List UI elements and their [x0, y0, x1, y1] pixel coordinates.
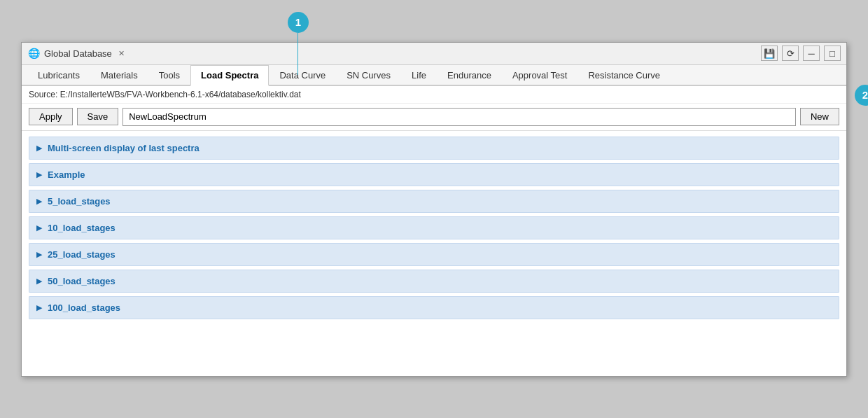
apply-button[interactable]: Apply	[29, 108, 73, 125]
row-multi-screen[interactable]: ▶ Multi-screen display of last spectra	[29, 137, 839, 160]
tab-endurance[interactable]: Endurance	[437, 65, 502, 85]
arrow-icon-multi-screen: ▶	[36, 144, 42, 153]
save-button[interactable]: Save	[77, 108, 119, 125]
arrow-icon-example: ▶	[36, 170, 42, 179]
row-label-10ls: 10_load_stages	[48, 223, 115, 233]
arrow-icon-25ls: ▶	[36, 250, 42, 259]
arrow-icon-5ls: ▶	[36, 197, 42, 206]
minimize-button[interactable]: ─	[803, 46, 820, 61]
row-label-25ls: 25_load_stages	[48, 249, 115, 260]
window-title: Global Database	[44, 48, 112, 59]
title-bar: 🌐 Global Database ✕ 💾 ⟳ ─ □	[22, 43, 846, 65]
row-label-50ls: 50_load_stages	[48, 276, 115, 286]
arrow-icon-10ls: ▶	[36, 223, 42, 232]
annotation-bubble-1: 1	[288, 12, 309, 33]
save-icon-button[interactable]: 💾	[761, 46, 778, 61]
tab-load-spectra[interactable]: Load Spectra	[190, 65, 269, 86]
tab-sn-curves[interactable]: SN Curves	[336, 65, 401, 85]
arrow-icon-100ls: ▶	[36, 303, 42, 312]
content-area: ▶ Multi-screen display of last spectra ▶…	[22, 131, 846, 376]
row-5-load-stages[interactable]: ▶ 5_load_stages	[29, 190, 839, 213]
annotation-bubble-2: 2	[855, 85, 868, 106]
tab-lubricants[interactable]: Lubricants	[27, 65, 90, 85]
refresh-icon-button[interactable]: ⟳	[782, 46, 799, 61]
row-label-100ls: 100_load_stages	[48, 302, 120, 313]
spectrum-name-input[interactable]	[122, 108, 796, 126]
main-window: 1 2 🌐 Global Database ✕ 💾 ⟳ ─ □ Lubrican…	[21, 42, 847, 377]
tab-resistance-curve[interactable]: Resistance Curve	[578, 65, 671, 85]
title-bar-left: 🌐 Global Database ✕	[27, 47, 127, 60]
row-example[interactable]: ▶ Example	[29, 163, 839, 186]
row-100-load-stages[interactable]: ▶ 100_load_stages	[29, 296, 839, 319]
source-bar: Source: E:/InstallerteWBs/FVA-Workbench-…	[22, 86, 846, 104]
tab-life[interactable]: Life	[401, 65, 437, 85]
close-tab-button[interactable]: ✕	[116, 48, 127, 59]
row-25-load-stages[interactable]: ▶ 25_load_stages	[29, 243, 839, 266]
title-bar-right: 💾 ⟳ ─ □	[761, 46, 841, 61]
row-label-example: Example	[48, 169, 85, 180]
tab-bar: Lubricants Materials Tools Load Spectra …	[22, 65, 846, 86]
globe-icon: 🌐	[27, 47, 40, 60]
tab-tools[interactable]: Tools	[148, 65, 190, 85]
toolbar: Apply Save New	[22, 104, 846, 131]
tab-data-curve[interactable]: Data Curve	[269, 65, 336, 85]
tab-materials[interactable]: Materials	[90, 65, 148, 85]
row-label-5ls: 5_load_stages	[48, 196, 111, 207]
tab-approval-test[interactable]: Approval Test	[502, 65, 578, 85]
row-label-multi-screen: Multi-screen display of last spectra	[48, 143, 200, 153]
new-button[interactable]: New	[800, 108, 839, 125]
source-label: Source:	[29, 90, 57, 99]
source-path: E:/InstallerteWBs/FVA-Workbench-6.1-x64/…	[60, 90, 301, 99]
row-10-load-stages[interactable]: ▶ 10_load_stages	[29, 216, 839, 239]
row-50-load-stages[interactable]: ▶ 50_load_stages	[29, 270, 839, 293]
arrow-icon-50ls: ▶	[36, 277, 42, 286]
maximize-button[interactable]: □	[824, 46, 841, 61]
